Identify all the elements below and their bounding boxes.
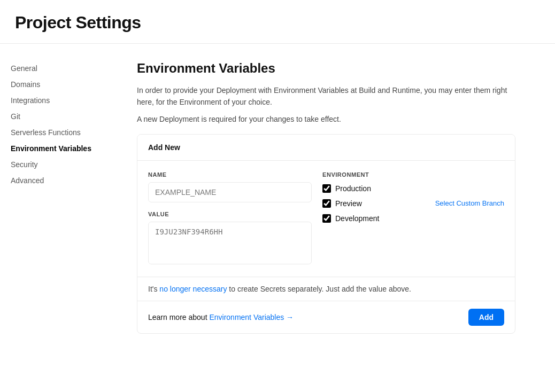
form-left: NAME VALUE [148, 171, 312, 266]
page-title: Project Settings [15, 13, 540, 33]
env-preview-label: Preview [335, 199, 362, 208]
no-longer-necessary-link[interactable]: no longer necessary [159, 285, 227, 293]
sidebar-item-integrations[interactable]: Integrations [11, 93, 103, 108]
env-development-left: Development [322, 214, 380, 223]
card-footer: Learn more about Environment Variables →… [137, 301, 515, 333]
description-text: In order to provide your Deployment with… [137, 84, 515, 108]
value-label: VALUE [148, 211, 312, 217]
sidebar-item-domains[interactable]: Domains [11, 77, 103, 92]
env-production-label: Production [335, 184, 371, 193]
env-development-checkbox[interactable] [322, 214, 331, 223]
env-preview-left: Preview [322, 199, 362, 208]
sidebar-item-git[interactable]: Git [11, 109, 103, 124]
page-body: General Domains Integrations Git Serverl… [0, 44, 555, 351]
footer-link-text: Learn more about [148, 313, 209, 322]
sidebar-item-advanced[interactable]: Advanced [11, 173, 103, 188]
env-preview-row: Preview Select Custom Branch [322, 199, 504, 208]
name-field-group: NAME [148, 171, 312, 202]
card-info: It's no longer necessary to create Secre… [137, 277, 515, 301]
info-text-after: to create Secrets separately. Just add t… [227, 285, 411, 293]
env-preview-checkbox[interactable] [322, 199, 331, 208]
env-production-left: Production [322, 184, 371, 193]
sidebar-item-security[interactable]: Security [11, 157, 103, 172]
main-content: Environment Variables In order to provid… [118, 44, 535, 351]
env-production-row: Production [322, 184, 504, 193]
value-field-group: VALUE [148, 211, 312, 266]
value-textarea[interactable] [148, 222, 312, 264]
footer-text: Learn more about Environment Variables → [148, 313, 294, 322]
card-form: NAME VALUE ENVIRONMENT Production [137, 161, 515, 277]
section-title: Environment Variables [137, 61, 515, 76]
environment-label: ENVIRONMENT [322, 171, 504, 178]
env-development-row: Development [322, 214, 504, 223]
add-button[interactable]: Add [468, 309, 504, 326]
card-header: Add New [137, 135, 515, 161]
sidebar-item-general[interactable]: General [11, 61, 103, 76]
info-text-before: It's [148, 285, 159, 293]
env-development-label: Development [335, 214, 380, 223]
add-new-card: Add New NAME VALUE ENVIRONMENT [137, 134, 515, 334]
add-new-label: Add New [148, 143, 180, 152]
name-input[interactable] [148, 182, 312, 202]
env-vars-learn-more-link[interactable]: Environment Variables → [209, 313, 294, 322]
env-production-checkbox[interactable] [322, 184, 331, 193]
name-label: NAME [148, 171, 312, 178]
sidebar-item-serverless-functions[interactable]: Serverless Functions [11, 125, 103, 140]
select-custom-branch-link[interactable]: Select Custom Branch [435, 199, 504, 207]
form-right: ENVIRONMENT Production Preview Select Cu… [322, 171, 504, 266]
sidebar-item-environment-variables[interactable]: Environment Variables [11, 141, 103, 156]
sidebar: General Domains Integrations Git Serverl… [0, 44, 118, 351]
deployment-note: A new Deployment is required for your ch… [137, 115, 515, 123]
page-header: Project Settings [0, 0, 555, 44]
